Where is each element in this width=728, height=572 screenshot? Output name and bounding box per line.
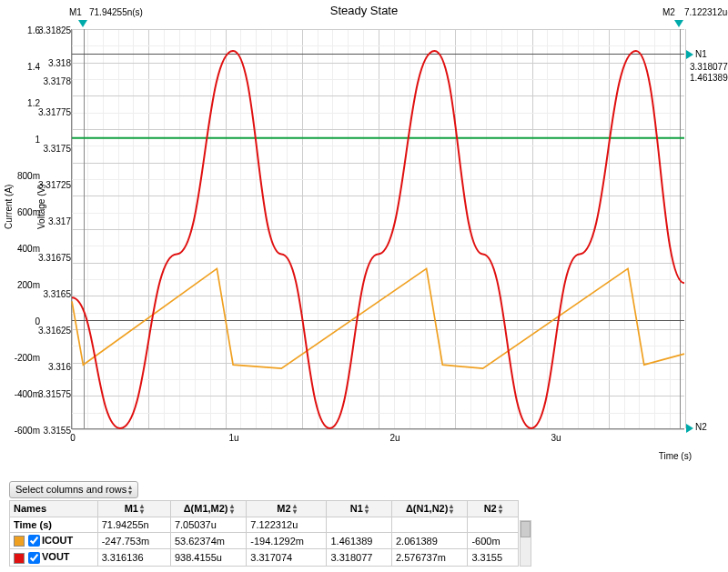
tick-voltage: 3.31725: [38, 180, 71, 190]
plot-area[interactable]: M1 71.94255n(s) M2 7.122312u(s) N1 3.318…: [71, 29, 684, 429]
tick-current: 1: [7, 135, 40, 145]
table-cell: -247.753m: [97, 532, 170, 549]
table-header[interactable]: M1▴▾: [97, 500, 170, 517]
marker-n1-label: N1: [695, 49, 707, 59]
tick-current: 400m: [7, 244, 40, 254]
tick-current: 1.6: [7, 25, 40, 35]
table-cell: 3.3155: [468, 549, 519, 567]
tick-current: 600m: [7, 207, 40, 217]
marker-m1-value: 71.94255n(s): [89, 7, 143, 17]
table-cell: 3.318077: [327, 549, 391, 567]
tick-voltage: 3.3175: [38, 144, 71, 154]
table-cell: 3.317074: [247, 549, 327, 567]
tick-time: 2u: [377, 433, 413, 443]
series-visible-checkbox[interactable]: [28, 535, 40, 547]
table-cell: 7.05037u: [170, 517, 246, 532]
axis-time-label: Time (s): [659, 451, 692, 461]
series-visible-checkbox[interactable]: [28, 552, 40, 564]
sort-arrows-icon: ▴▾: [365, 504, 369, 515]
tick-voltage: 3.318: [38, 58, 71, 68]
marker-n2-handle[interactable]: [686, 424, 693, 433]
table-cell: [327, 517, 391, 532]
tick-current: 1.2: [7, 98, 40, 108]
marker-m1-label: M1: [69, 7, 82, 17]
marker-n1-handle[interactable]: [686, 50, 693, 59]
marker-m1-handle[interactable]: [78, 20, 87, 27]
sort-arrows-icon: ▴▾: [450, 504, 453, 515]
table-header[interactable]: Δ(M1,M2)▴▾: [170, 500, 246, 517]
measurements-table: NamesM1▴▾Δ(M1,M2)▴▾M2▴▾N1▴▾Δ(N1,N2)▴▾N2▴…: [9, 500, 519, 567]
tick-voltage: 3.317: [38, 216, 71, 226]
data-table-panel: Select columns and rows▴▾ NamesM1▴▾Δ(M1,…: [9, 481, 519, 567]
tick-current: -600m: [7, 426, 40, 436]
tick-time: 3u: [538, 433, 574, 443]
sort-arrows-icon: ▴▾: [230, 504, 234, 515]
trace-layer: [72, 29, 684, 428]
table-cell: 2.576737m: [391, 549, 467, 567]
tick-voltage: 3.3165: [38, 289, 71, 299]
tick-voltage: 3.31675: [38, 253, 71, 263]
marker-m2-label: M2: [662, 7, 675, 17]
marker-m2-value: 7.122312u(s): [684, 7, 728, 17]
tick-current: 800m: [7, 171, 40, 181]
table-cell: [468, 517, 519, 532]
table-cell: 3.316136: [97, 549, 170, 567]
table-scrollbar[interactable]: [520, 520, 531, 567]
tick-voltage: 3.316: [38, 362, 71, 372]
tick-time: 1u: [216, 433, 252, 443]
scrollbar-thumb[interactable]: [521, 521, 531, 537]
tick-current: 200m: [7, 280, 40, 290]
series-swatch: [14, 553, 25, 564]
tick-voltage: 3.31575: [38, 389, 71, 399]
table-header[interactable]: Δ(N1,N2)▴▾: [391, 500, 467, 517]
table-row: VOUT3.316136938.4155u3.3170743.3180772.5…: [10, 549, 519, 567]
table-cell: 938.4155u: [170, 549, 246, 567]
marker-n1-value1: 3.318077(V): [690, 62, 728, 72]
series-name-cell: VOUT: [10, 549, 98, 567]
table-header[interactable]: N1▴▾: [327, 500, 391, 517]
table-header[interactable]: Names: [10, 500, 98, 517]
series-swatch: [14, 536, 25, 547]
table-cell: -600m: [468, 532, 519, 549]
tick-current: -400m: [7, 389, 40, 399]
marker-n1-value2: 1.461389(A): [690, 73, 728, 83]
tick-current: 0: [7, 316, 40, 326]
table-cell: 7.122312u: [247, 517, 327, 532]
sort-arrows-icon: ▴▾: [140, 504, 144, 515]
tick-time: 0: [55, 433, 91, 443]
table-cell: 71.94255n: [97, 517, 170, 532]
tick-voltage: 3.31825: [38, 25, 71, 35]
table-cell: 2.061389: [391, 532, 467, 549]
table-cell: -194.1292m: [247, 532, 327, 549]
tick-current: -200m: [7, 353, 40, 363]
table-cell: 53.62374m: [170, 532, 246, 549]
sort-arrows-icon: ▴▾: [128, 485, 132, 496]
tick-voltage: 3.3178: [38, 76, 71, 86]
tick-current: 1.4: [7, 62, 40, 72]
select-columns-button[interactable]: Select columns and rows▴▾: [9, 481, 138, 498]
series-name-cell: ICOUT: [10, 532, 98, 549]
plot-canvas: [71, 29, 684, 429]
marker-m2-handle[interactable]: [674, 20, 683, 27]
tick-voltage: 3.31625: [38, 326, 71, 336]
table-cell: 1.461389: [327, 532, 391, 549]
table-cell: [391, 517, 467, 532]
table-header[interactable]: N2▴▾: [468, 500, 519, 517]
sort-arrows-icon: ▴▾: [293, 504, 297, 515]
table-row: ICOUT-247.753m53.62374m-194.1292m1.46138…: [10, 532, 519, 549]
table-header[interactable]: M2▴▾: [247, 500, 327, 517]
series-name-cell: Time (s): [10, 517, 98, 532]
sort-arrows-icon: ▴▾: [499, 504, 502, 515]
marker-n2-label: N2: [695, 422, 707, 432]
table-row: Time (s)71.94255n7.05037u7.122312u: [10, 517, 519, 532]
tick-voltage: 3.31775: [38, 107, 71, 117]
